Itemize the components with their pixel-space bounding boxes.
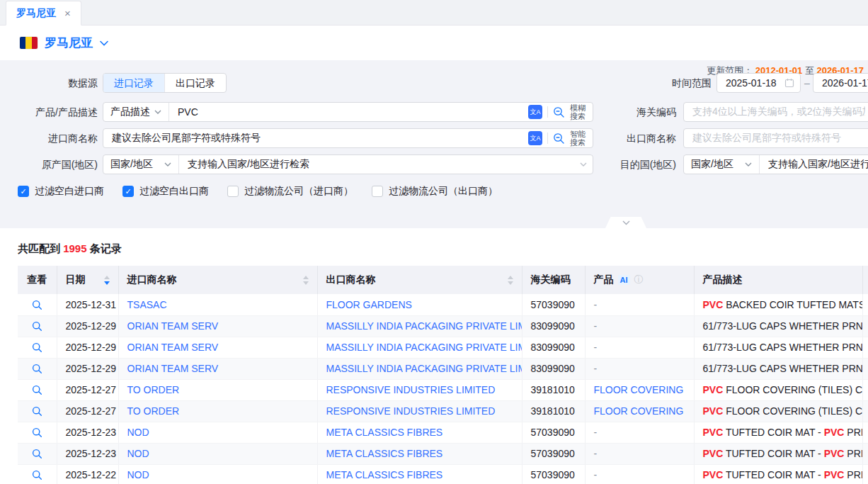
exporter-link[interactable]: FLOOR GARDENS bbox=[326, 299, 412, 310]
tab-romania[interactable]: 罗马尼亚 × bbox=[6, 1, 81, 26]
exporter-link[interactable]: RESPONSIVE INDUSTRIES LIMITED bbox=[326, 405, 496, 417]
view-record-button[interactable] bbox=[32, 342, 42, 353]
filter-checkbox-blank-exporter[interactable]: 过滤空白出口商 bbox=[122, 185, 209, 198]
hs-code-input[interactable]: 支持4位以上海关编码，或2位海关编码加... bbox=[683, 102, 868, 122]
importer-link[interactable]: TSASAC bbox=[127, 299, 167, 310]
importer-link[interactable]: TO ORDER bbox=[127, 384, 180, 395]
importer-link[interactable]: ORIAN TEAM SERV bbox=[127, 363, 219, 374]
chevron-down-icon[interactable] bbox=[580, 162, 587, 167]
view-record-button[interactable] bbox=[32, 321, 42, 332]
collapse-panel-button[interactable] bbox=[605, 217, 646, 228]
smart-search-button[interactable]: 智能搜索 bbox=[570, 130, 587, 147]
extra-cell bbox=[862, 358, 868, 379]
result-count-number: 1995 bbox=[63, 242, 86, 254]
record-date: 2025-12-29 bbox=[57, 358, 118, 379]
product-description: 61/773-LUG CAPS WHETHER PRNTD... bbox=[694, 315, 862, 337]
checkbox-checked-icon[interactable] bbox=[18, 186, 29, 197]
importer-link[interactable]: NOD bbox=[127, 448, 149, 459]
sort-icon[interactable] bbox=[303, 276, 309, 285]
view-record-button[interactable] bbox=[32, 427, 42, 438]
view-record-button[interactable] bbox=[32, 364, 42, 374]
country-dropdown-icon[interactable] bbox=[100, 40, 108, 46]
tab-import-records[interactable]: 进口记录 bbox=[103, 74, 164, 92]
origin-select[interactable]: 国家/地区 bbox=[103, 155, 179, 174]
exporter-link[interactable]: MASSILLY INDIA PACKAGING PRIVATE LIMI... bbox=[326, 320, 522, 332]
table-row: 2025-12-27 TO ORDER RESPONSIVE INDUSTRIE… bbox=[18, 379, 868, 400]
smart-search-icon[interactable] bbox=[553, 133, 565, 145]
record-date: 2025-12-22 bbox=[57, 464, 118, 484]
hs-code: 57039090 bbox=[522, 294, 585, 315]
exporter-link[interactable]: MASSILLY INDIA PACKAGING PRIVATE LIMI... bbox=[326, 363, 522, 374]
importer-input[interactable]: 建议去除公司尾部字符或特殊符号 bbox=[103, 132, 528, 145]
extra-cell bbox=[862, 337, 868, 358]
divider bbox=[547, 106, 548, 118]
extra-cell bbox=[862, 315, 868, 337]
info-icon[interactable]: ⓘ bbox=[634, 274, 644, 286]
fuzzy-search-icon[interactable] bbox=[553, 106, 565, 118]
product-empty: - bbox=[594, 448, 598, 459]
filter-checkbox-blank-importer[interactable]: 过滤空白进口商 bbox=[18, 185, 104, 198]
exporter-label: 出口商名称 bbox=[600, 128, 676, 148]
col-importer[interactable]: 进口商名称 bbox=[118, 266, 317, 294]
table-row: 2025-12-29 ORIAN TEAM SERV MASSILLY INDI… bbox=[18, 358, 868, 379]
divider bbox=[547, 133, 548, 144]
product-input[interactable]: PVC bbox=[169, 106, 528, 118]
product-link[interactable]: FLOOR COVERING bbox=[594, 405, 684, 417]
tab-export-records[interactable]: 出口记录 bbox=[164, 74, 226, 92]
product-empty: - bbox=[594, 299, 598, 310]
importer-link[interactable]: NOD bbox=[127, 469, 149, 480]
product-description: PVC TUFTED COIR MAT - PVC PRINT... bbox=[694, 443, 862, 464]
translate-icon[interactable]: 文A bbox=[528, 105, 542, 119]
translate-icon[interactable]: 文A bbox=[528, 131, 542, 145]
exporter-link[interactable]: META CLASSICS FIBRES bbox=[326, 448, 443, 459]
calendar-icon bbox=[784, 78, 794, 88]
date-to-input[interactable]: 2026-01-17 bbox=[813, 73, 868, 93]
view-record-button[interactable] bbox=[32, 449, 42, 459]
fuzzy-search-button[interactable]: 模糊搜索 bbox=[570, 103, 587, 120]
table-row: 2025-12-29 ORIAN TEAM SERV MASSILLY INDI… bbox=[18, 315, 868, 337]
tab-close-icon[interactable]: × bbox=[64, 8, 71, 18]
view-record-button[interactable] bbox=[32, 406, 42, 417]
importer-link[interactable]: ORIAN TEAM SERV bbox=[127, 320, 219, 332]
product-link[interactable]: FLOOR COVERING bbox=[594, 384, 684, 395]
product-empty: - bbox=[594, 363, 598, 374]
checkbox-unchecked-icon[interactable] bbox=[227, 186, 239, 197]
filter-checkbox-logistics-importer[interactable]: 过滤物流公司（进口商） bbox=[227, 185, 353, 198]
importer-link[interactable]: ORIAN TEAM SERV bbox=[127, 342, 219, 353]
col-date[interactable]: 日期 bbox=[57, 266, 118, 294]
importer-link[interactable]: TO ORDER bbox=[127, 405, 180, 417]
exporter-link[interactable]: META CLASSICS FIBRES bbox=[326, 427, 443, 438]
importer-link[interactable]: NOD bbox=[127, 427, 149, 438]
view-record-button[interactable] bbox=[32, 385, 42, 395]
hs-code: 57039090 bbox=[522, 422, 585, 443]
magnifier-icon bbox=[32, 449, 42, 459]
product-label: 产品/产品描述 bbox=[0, 102, 98, 122]
checkbox-unchecked-icon[interactable] bbox=[372, 186, 383, 197]
col-exporter[interactable]: 出口商名称 bbox=[317, 266, 522, 294]
exporter-input[interactable]: 建议去除公司尾部字符或特殊符号 bbox=[683, 128, 868, 148]
product-cell: - bbox=[585, 443, 694, 464]
product-field: 产品描述 PVC 文A 模糊搜索 bbox=[103, 102, 593, 122]
destination-select[interactable]: 国家/地区 bbox=[684, 155, 760, 174]
exporter-link[interactable]: MASSILLY INDIA PACKAGING PRIVATE LIMI... bbox=[326, 342, 522, 353]
page-header: 罗马尼亚 bbox=[0, 26, 868, 60]
filter-checkbox-logistics-exporter[interactable]: 过滤物流公司（出口商） bbox=[372, 185, 498, 198]
col-hs-code: 海关编码 bbox=[522, 266, 585, 294]
destination-input[interactable]: 支持输入国家/地区进行检索 bbox=[760, 158, 868, 171]
checkbox-checked-icon[interactable] bbox=[122, 186, 134, 197]
date-from-input[interactable]: 2025-01-18 bbox=[716, 73, 801, 93]
origin-input[interactable]: 支持输入国家/地区进行检索 bbox=[179, 158, 580, 171]
exporter-link[interactable]: META CLASSICS FIBRES bbox=[326, 469, 443, 480]
product-type-select[interactable]: 产品描述 bbox=[103, 103, 169, 121]
exporter-link[interactable]: RESPONSIVE INDUSTRIES LIMITED bbox=[326, 384, 496, 395]
view-record-button[interactable] bbox=[32, 300, 42, 310]
tab-bar: 罗马尼亚 × bbox=[0, 0, 868, 26]
hs-code: 57039090 bbox=[522, 443, 585, 464]
destination-label: 目的国(地区) bbox=[600, 154, 676, 174]
col-extra bbox=[862, 266, 868, 294]
view-record-button[interactable] bbox=[32, 470, 42, 480]
product-description: 61/773-LUG CAPS WHETHER PRNTD... bbox=[694, 337, 862, 358]
sort-icon-date-desc[interactable] bbox=[104, 276, 110, 285]
sort-icon[interactable] bbox=[508, 276, 513, 285]
country-title[interactable]: 罗马尼亚 bbox=[45, 35, 93, 51]
